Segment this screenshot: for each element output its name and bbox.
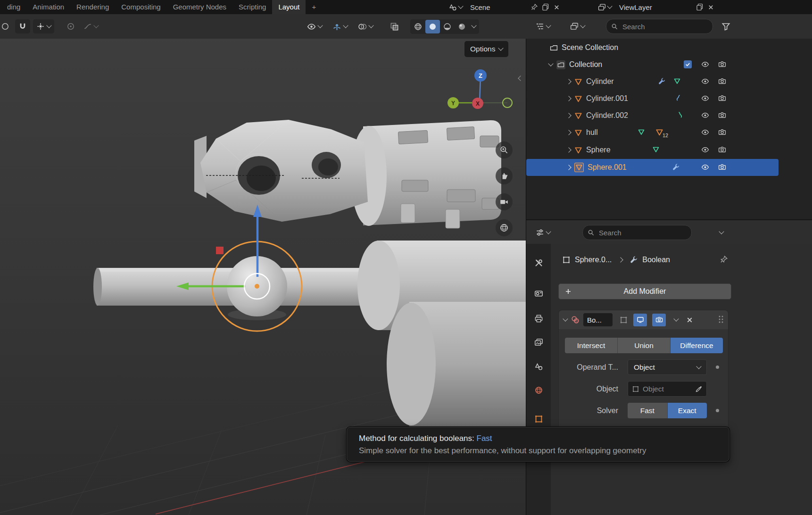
hide-eye-icon[interactable] bbox=[701, 60, 709, 68]
shading-rendered-button[interactable] bbox=[455, 20, 469, 33]
disable-render-icon[interactable] bbox=[718, 146, 726, 154]
properties-search[interactable] bbox=[582, 225, 692, 240]
mode-icon[interactable] bbox=[0, 20, 12, 33]
solver-fast-button[interactable]: Fast bbox=[628, 403, 668, 418]
expand-arrow[interactable] bbox=[566, 79, 571, 84]
data-icon-blue[interactable] bbox=[676, 94, 683, 101]
disable-render-icon[interactable] bbox=[718, 94, 726, 102]
tab-render-properties[interactable] bbox=[530, 285, 547, 301]
outliner-display-mode-dropdown[interactable] bbox=[567, 20, 588, 33]
outliner-row-cylinder[interactable]: Cylinder bbox=[526, 73, 812, 90]
snap-toggle[interactable] bbox=[15, 19, 30, 33]
operation-intersect-button[interactable]: Intersect bbox=[565, 338, 618, 353]
remove-modifier-button[interactable] bbox=[686, 316, 694, 324]
unlink-scene-icon[interactable] bbox=[553, 4, 560, 11]
operand-type-dropdown[interactable]: Object bbox=[628, 359, 707, 375]
mesh-data-icon[interactable] bbox=[673, 77, 681, 85]
outliner-editor-type-dropdown[interactable] bbox=[533, 20, 553, 33]
workspace-tab-animation[interactable]: Animation bbox=[26, 0, 70, 14]
tab-object-properties[interactable] bbox=[530, 411, 547, 427]
expand-arrow[interactable] bbox=[566, 165, 571, 170]
object-picker-field[interactable]: Object bbox=[628, 381, 707, 397]
hide-eye-icon[interactable] bbox=[701, 163, 709, 171]
outliner-row-scene-collection[interactable]: Scene Collection bbox=[526, 39, 812, 56]
properties-search-input[interactable] bbox=[598, 228, 687, 237]
cylinder-objects[interactable] bbox=[93, 241, 526, 427]
hide-eye-icon[interactable] bbox=[701, 128, 709, 136]
hull-object[interactable] bbox=[194, 120, 501, 228]
workspace-tab-shading[interactable]: ding bbox=[1, 0, 26, 14]
navigation-gizmo[interactable]: Z Y X bbox=[441, 68, 516, 125]
disable-render-icon[interactable] bbox=[718, 163, 726, 171]
properties-options-dropdown[interactable] bbox=[717, 229, 726, 236]
proportional-edit-toggle[interactable] bbox=[64, 20, 78, 33]
eyedropper-icon[interactable] bbox=[695, 385, 703, 393]
outliner-row-sphere-001[interactable]: Sphere.001 bbox=[526, 159, 779, 176]
hide-eye-icon[interactable] bbox=[701, 77, 709, 85]
shading-dropdown[interactable] bbox=[469, 23, 479, 30]
tab-output-properties[interactable] bbox=[530, 310, 547, 326]
pin-id-button[interactable] bbox=[720, 255, 728, 264]
expand-arrow[interactable] bbox=[566, 113, 571, 118]
hide-eye-icon[interactable] bbox=[701, 146, 709, 154]
properties-editor-type-dropdown[interactable] bbox=[533, 226, 553, 239]
toggle-xray-button[interactable] bbox=[387, 20, 402, 33]
breadcrumb-object[interactable]: Sphere.0... bbox=[575, 256, 612, 264]
disable-render-icon[interactable] bbox=[718, 111, 726, 119]
tab-viewlayer-properties[interactable] bbox=[530, 334, 547, 350]
camera-view-button[interactable] bbox=[496, 193, 513, 210]
viewport-options-dropdown[interactable]: Options bbox=[464, 41, 508, 57]
show-in-render-toggle[interactable] bbox=[652, 314, 666, 326]
solver-decorator-dot[interactable] bbox=[716, 409, 719, 412]
outliner-row-sphere[interactable]: Sphere bbox=[526, 141, 812, 158]
disable-render-icon[interactable] bbox=[718, 77, 726, 85]
collection-checkbox[interactable] bbox=[684, 60, 692, 68]
remove-viewlayer-icon[interactable] bbox=[707, 4, 714, 11]
data-icon-green[interactable] bbox=[676, 111, 683, 118]
modifier-extras-dropdown[interactable] bbox=[673, 316, 679, 321]
disable-render-icon[interactable] bbox=[718, 60, 726, 68]
outliner-row-cylinder-001[interactable]: Cylinder.001 bbox=[526, 90, 812, 107]
expand-arrow[interactable] bbox=[566, 130, 571, 135]
modifier-wrench-icon[interactable] bbox=[658, 77, 666, 85]
show-gizmo-dropdown[interactable] bbox=[330, 20, 350, 33]
shading-wireframe-button[interactable] bbox=[411, 20, 425, 33]
show-in-viewport-toggle[interactable] bbox=[633, 314, 647, 326]
pin-icon[interactable] bbox=[530, 3, 538, 11]
shading-material-button[interactable] bbox=[440, 20, 455, 33]
zoom-button[interactable] bbox=[496, 141, 513, 158]
workspace-tab-rendering[interactable]: Rendering bbox=[70, 0, 115, 14]
tab-scene-properties[interactable] bbox=[530, 358, 547, 374]
outliner-row-hull[interactable]: hull 12 bbox=[526, 124, 812, 141]
outliner-row-collection[interactable]: Collection bbox=[526, 56, 812, 73]
operand-decorator-dot[interactable] bbox=[716, 365, 719, 369]
add-modifier-button[interactable]: Add Modifier bbox=[558, 283, 731, 299]
object-type-visibility-dropdown[interactable] bbox=[304, 20, 325, 33]
outliner-filter-dropdown[interactable] bbox=[719, 20, 733, 33]
snap-settings-dropdown[interactable] bbox=[33, 19, 54, 33]
expand-arrow[interactable] bbox=[566, 147, 571, 152]
hide-eye-icon[interactable] bbox=[701, 94, 709, 102]
modifier-name-field[interactable]: Bo... bbox=[583, 313, 613, 326]
disable-render-icon[interactable] bbox=[718, 128, 726, 136]
breadcrumb-modifier[interactable]: Boolean bbox=[642, 256, 670, 264]
tab-tool-properties[interactable] bbox=[530, 255, 547, 271]
mesh-data-icon[interactable] bbox=[652, 146, 660, 153]
outliner-search[interactable] bbox=[606, 19, 713, 34]
operation-union-button[interactable]: Union bbox=[618, 338, 671, 353]
outliner-search-input[interactable] bbox=[621, 22, 708, 31]
show-overlays-dropdown[interactable] bbox=[355, 20, 376, 33]
pan-button[interactable] bbox=[496, 167, 513, 184]
new-scene-icon[interactable] bbox=[542, 3, 549, 11]
collapse-modifier-arrow[interactable] bbox=[563, 316, 568, 321]
solver-exact-button[interactable]: Exact bbox=[668, 403, 707, 418]
expand-arrow[interactable] bbox=[566, 96, 571, 101]
axis-neg-ball[interactable] bbox=[503, 98, 512, 108]
outliner-row-cylinder-002[interactable]: Cylinder.002 bbox=[526, 107, 812, 124]
gizmo-plane-handle[interactable] bbox=[216, 247, 224, 254]
workspace-tab-scripting[interactable]: Scripting bbox=[232, 0, 272, 14]
drag-handle[interactable] bbox=[718, 315, 724, 325]
viewlayer-dropdown[interactable] bbox=[598, 3, 612, 11]
mesh-data-icon[interactable] bbox=[638, 128, 645, 136]
operation-difference-button[interactable]: Difference bbox=[671, 338, 723, 353]
